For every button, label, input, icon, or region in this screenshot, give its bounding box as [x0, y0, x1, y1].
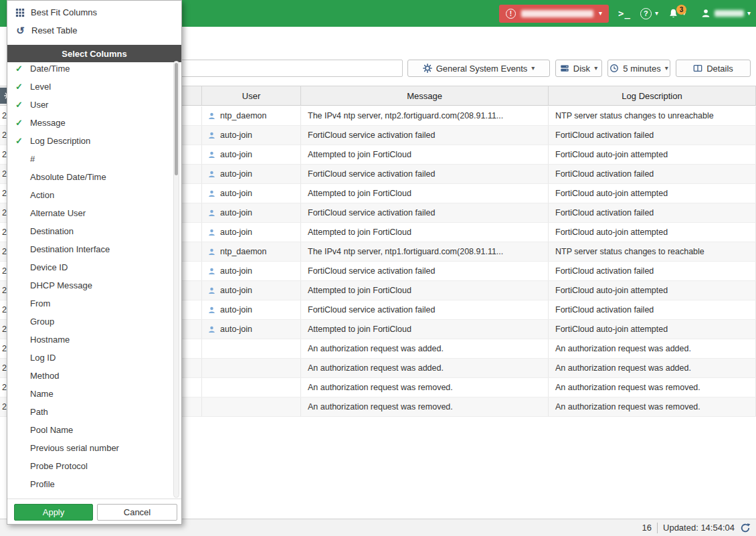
menu-item-label: Best Fit Columns: [31, 7, 97, 17]
chevron-down-icon: ▾: [747, 10, 751, 17]
column-option-absolute-date-time[interactable]: Absolute Date/Time: [7, 168, 173, 186]
log-category-label: General System Events: [436, 64, 528, 74]
message-cell: FortiCloud service activation failed: [301, 262, 549, 280]
column-option-label: Message: [29, 118, 66, 128]
column-option-label: Previous serial number: [29, 443, 119, 453]
column-option-pool-name[interactable]: Pool Name: [7, 421, 173, 439]
user-icon: [700, 8, 711, 19]
row-count: 16: [642, 523, 652, 533]
alert-icon: !: [506, 9, 516, 19]
firmware-alert-button[interactable]: ! ▾: [499, 5, 609, 23]
message-cell: An authorization request was added.: [301, 359, 549, 377]
description-cell: FortiCloud auto-join attempted: [549, 184, 756, 203]
grid-icon: [15, 8, 25, 17]
details-toggle-button[interactable]: Details: [676, 60, 751, 77]
column-option-previous-serial-number[interactable]: Previous serial number: [7, 439, 173, 457]
description-cell: An authorization request was removed.: [549, 378, 756, 397]
description-cell: An authorization request was added.: [549, 359, 756, 377]
column-option-label: Log Description: [29, 136, 90, 146]
time-range-dropdown[interactable]: 5 minutes ▾: [607, 60, 670, 77]
column-option-label: Probe Protocol: [29, 461, 88, 471]
column-option--[interactable]: #: [7, 150, 173, 168]
scrollbar-thumb[interactable]: [175, 63, 178, 175]
redacted-username: [715, 10, 744, 17]
column-option-label: Level: [29, 82, 51, 92]
column-option-level[interactable]: ✓Level: [7, 78, 173, 96]
user-row-icon: [207, 112, 216, 120]
clock-icon: [609, 64, 619, 73]
description-cell: An authorization request was added.: [549, 339, 756, 358]
cli-console-button[interactable]: >_: [618, 8, 631, 19]
user-cell: auto-join: [202, 184, 301, 203]
apply-button[interactable]: Apply: [14, 504, 93, 521]
column-option-device-id[interactable]: Device ID: [7, 258, 173, 276]
column-header-message[interactable]: Message: [301, 86, 549, 105]
message-cell: FortiCloud service activation failed: [301, 300, 549, 319]
column-header-user[interactable]: User: [202, 86, 301, 105]
message-cell: Attempted to join FortiCloud: [301, 281, 549, 300]
column-option-log-id[interactable]: Log ID: [7, 349, 173, 367]
user-cell: auto-join: [202, 262, 301, 280]
column-option-probe-protocol[interactable]: Probe Protocol: [7, 457, 173, 475]
column-option-label: Profile: [29, 479, 55, 489]
updated-timestamp: Updated: 14:54:04: [663, 523, 735, 533]
message-cell: FortiCloud service activation failed: [301, 165, 549, 183]
column-option-path[interactable]: Path: [7, 403, 173, 421]
column-option-label: Device ID: [29, 262, 68, 272]
column-option-hostname[interactable]: Hostname: [7, 331, 173, 349]
message-cell: An authorization request was removed.: [301, 378, 549, 397]
log-source-dropdown[interactable]: Disk ▾: [555, 60, 602, 77]
cancel-button[interactable]: Cancel: [97, 504, 177, 521]
column-option-label: DHCP Message: [29, 280, 92, 290]
message-cell: An authorization request was removed.: [301, 397, 549, 416]
column-option-alternate-user[interactable]: Alternate User: [7, 204, 173, 222]
column-option-label: Action: [29, 190, 54, 200]
menu-scrollbar[interactable]: [173, 61, 179, 498]
column-option-from[interactable]: From: [7, 294, 173, 312]
description-cell: An authorization request was removed.: [549, 397, 756, 416]
user-row-icon: [207, 151, 216, 159]
menu-item-best-fit-columns[interactable]: Best Fit Columns: [7, 3, 181, 21]
check-icon: ✓: [15, 136, 29, 146]
column-option-group[interactable]: Group: [7, 312, 173, 331]
user-name: auto-join: [220, 189, 252, 198]
menu-item-reset-table[interactable]: ↺ Reset Table: [7, 21, 181, 39]
column-option-user[interactable]: ✓User: [7, 96, 173, 114]
column-option-label: Path: [29, 407, 48, 417]
column-option-method[interactable]: Method: [7, 367, 173, 385]
description-cell: NTP server status changes to unreachable: [549, 106, 756, 125]
help-button[interactable]: ? ▾: [640, 8, 658, 19]
user-menu-button[interactable]: ▾: [700, 8, 751, 19]
column-option-name[interactable]: Name: [7, 385, 173, 403]
description-cell: FortiCloud activation failed: [549, 300, 756, 319]
user-row-icon: [207, 228, 216, 237]
column-option-action[interactable]: Action: [7, 186, 173, 204]
column-settings-menu: Best Fit Columns ↺ Reset Table Select Co…: [7, 0, 182, 525]
reset-icon: ↺: [15, 25, 25, 37]
column-option-log-description[interactable]: ✓Log Description: [7, 132, 173, 150]
menu-item-label: Reset Table: [31, 25, 77, 35]
column-option-dhcp-message[interactable]: DHCP Message: [7, 276, 173, 294]
question-icon: ?: [640, 8, 652, 19]
column-header-description[interactable]: Log Description: [549, 86, 756, 105]
log-category-dropdown[interactable]: General System Events ▾: [407, 60, 550, 77]
column-option-destination[interactable]: Destination: [7, 222, 173, 240]
column-option-label: Method: [29, 371, 59, 381]
chevron-down-icon: ▾: [531, 65, 535, 72]
message-cell: An authorization request was added.: [301, 339, 549, 358]
column-option-date-time[interactable]: ✓Date/Time: [7, 60, 173, 78]
column-option-label: Name: [29, 389, 54, 399]
notifications-button[interactable]: 3 ▾: [668, 8, 686, 19]
user-row-icon: [207, 306, 216, 315]
user-cell: auto-join: [202, 203, 301, 222]
description-cell: FortiCloud auto-join attempted: [549, 145, 756, 164]
navbar-right-cluster: ! ▾ >_ ? ▾ 3 ▾ ▾: [499, 0, 751, 27]
column-option-destination-interface[interactable]: Destination Interface: [7, 240, 173, 258]
message-cell: Attempted to join FortiCloud: [301, 320, 549, 339]
description-cell: NTP server status changes to reachable: [549, 242, 756, 261]
column-option-profile[interactable]: Profile: [7, 475, 173, 493]
refresh-button[interactable]: [740, 523, 751, 533]
column-option-label: Absolute Date/Time: [29, 172, 106, 182]
column-option-message[interactable]: ✓Message: [7, 114, 173, 132]
user-cell: [202, 359, 301, 377]
